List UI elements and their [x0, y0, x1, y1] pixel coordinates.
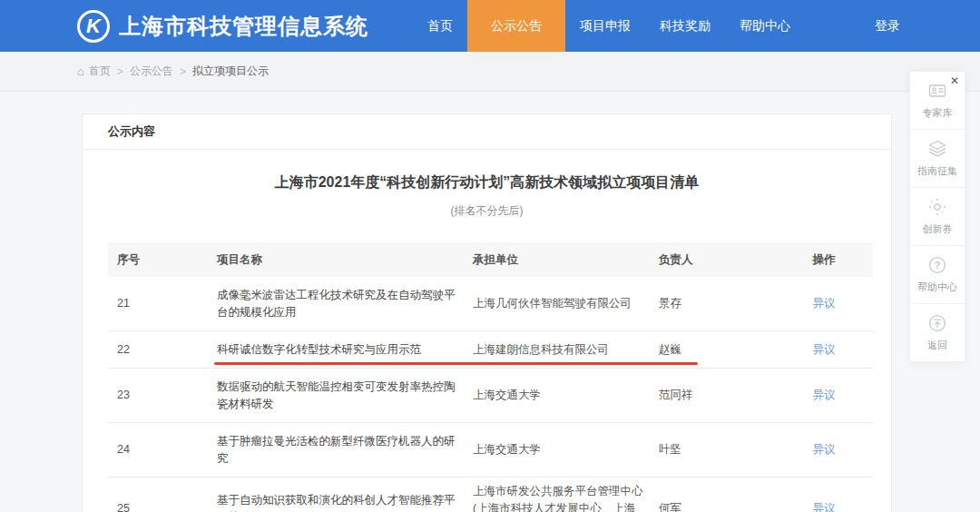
floating-side-panel: ✕ 专家库 指南征集 创新券 ? 帮助中心 返回: [909, 71, 965, 362]
table-row-highlighted: 22 科研诚信数字化转型技术研究与应用示范 上海建朗信息科技有限公司 赵巍 异议: [108, 331, 873, 369]
red-underline-annotation: [214, 362, 698, 365]
table-row: 21 成像毫米波雷达工程化技术研究及在自动驾驶平台的规模化应用 上海几何伙伴智能…: [108, 277, 873, 331]
row-leader: 何军: [659, 500, 775, 512]
id-card-icon: [927, 81, 947, 101]
panel-item-help-center[interactable]: ? 帮助中心: [910, 246, 965, 304]
row-project-name: 数据驱动的航天智能温控相变可变发射率热控陶瓷材料研发: [217, 379, 473, 413]
login-link[interactable]: 登录: [875, 0, 900, 52]
breadcrumb-home[interactable]: 首页: [89, 64, 111, 79]
row-org: 上海几何伙伴智能驾驶有限公司: [473, 295, 659, 312]
row-org: 上海市研发公共服务平台管理中心(上海市科技人才发展中心、上海市外国人来华工作服务…: [473, 483, 659, 512]
nav-item-project-application[interactable]: 项目申报: [565, 0, 645, 52]
layers-icon: [927, 139, 947, 159]
site-title: 上海市科技管理信息系统: [119, 12, 368, 41]
project-table: 序号 项目名称 承担单位 负责人 操作 21 成像毫米波雷达工程化技术研究及在自…: [108, 242, 873, 512]
back-top-icon: [927, 313, 947, 333]
row-no: 22: [108, 341, 217, 359]
col-header-action: 操作: [775, 251, 873, 269]
panel-item-label: 专家库: [923, 106, 953, 120]
panel-item-innovation-voucher[interactable]: 创新券: [910, 188, 965, 246]
nodes-icon: [927, 197, 947, 217]
breadcrumb-separator: >: [117, 65, 123, 78]
table-row: 24 基于肿瘤拉曼光活检的新型纤微医疗机器人的研究 上海交通大学 叶坚 异议: [108, 423, 873, 478]
main-nav-menu: 首页 公示公告 项目申报 科技奖励 帮助中心: [413, 0, 805, 52]
breadcrumb-current: 拟立项项目公示: [192, 64, 269, 79]
col-header-no: 序号: [108, 251, 217, 269]
col-header-project-name: 项目名称: [217, 251, 473, 269]
objection-link[interactable]: 异议: [813, 389, 836, 401]
notice-title: 上海市2021年度“科技创新行动计划”高新技术领域拟立项项目清单: [83, 173, 891, 192]
row-project-name: 成像毫米波雷达工程化技术研究及在自动驾驶平台的规模化应用: [217, 287, 473, 321]
top-navbar: K 上海市科技管理信息系统 首页 公示公告 项目申报 科技奖励 帮助中心 登录: [0, 0, 980, 52]
row-org: 上海交通大学: [473, 387, 659, 404]
row-leader: 景存: [659, 295, 775, 312]
breadcrumb: ⌂ 首页 > 公示公告 > 拟立项项目公示: [0, 52, 980, 92]
site-logo: K 上海市科技管理信息系统: [77, 0, 368, 52]
objection-link[interactable]: 异议: [813, 297, 836, 310]
nav-item-tech-awards[interactable]: 科技奖励: [645, 0, 725, 52]
row-no: 25: [108, 500, 217, 512]
row-leader: 范同祥: [659, 387, 775, 404]
logo-k-icon: K: [77, 10, 110, 43]
row-no: 23: [108, 387, 217, 404]
panel-item-label: 创新券: [923, 222, 953, 236]
row-no: 24: [108, 441, 217, 458]
table-row: 25 基于自动知识获取和演化的科创人才智能推荐平台关键技术研究与应用示范 上海市…: [108, 478, 873, 512]
row-org: 上海建朗信息科技有限公司: [473, 341, 659, 359]
row-no: 21: [108, 295, 217, 312]
home-icon: ⌂: [77, 64, 84, 78]
row-leader: 赵巍: [659, 341, 775, 359]
section-title: 公示内容: [108, 123, 155, 140]
col-header-leader: 负责人: [659, 251, 775, 269]
objection-link[interactable]: 异议: [813, 443, 836, 456]
objection-link[interactable]: 异议: [813, 502, 836, 512]
row-org: 上海交通大学: [473, 441, 659, 458]
panel-item-guide-collection[interactable]: 指南征集: [910, 130, 965, 188]
nav-item-home[interactable]: 首页: [413, 0, 467, 52]
nav-item-help-center[interactable]: 帮助中心: [725, 0, 805, 52]
notice-content-card: 公示内容 上海市2021年度“科技创新行动计划”高新技术领域拟立项项目清单 (排…: [82, 113, 892, 512]
section-header: 公示内容: [83, 114, 891, 150]
panel-item-label: 返回: [927, 339, 947, 352]
row-leader: 叶坚: [659, 441, 775, 458]
breadcrumb-separator: >: [180, 65, 186, 78]
row-project-name: 基于肿瘤拉曼光活检的新型纤微医疗机器人的研究: [217, 433, 473, 468]
table-row: 23 数据驱动的航天智能温控相变可变发射率热控陶瓷材料研发 上海交通大学 范同祥…: [108, 369, 873, 423]
notice-subtitle: (排名不分先后): [83, 203, 891, 219]
nav-item-announcements[interactable]: 公示公告: [467, 0, 565, 52]
row-project-name: 科研诚信数字化转型技术研究与应用示范: [217, 341, 473, 359]
table-header-row: 序号 项目名称 承担单位 负责人 操作: [108, 242, 873, 277]
panel-item-label: 指南征集: [917, 164, 957, 178]
col-header-org: 承担单位: [473, 251, 659, 269]
row-project-name: 基于自动知识获取和演化的科创人才智能推荐平台关键技术研究与应用示范: [217, 492, 473, 512]
svg-text:?: ?: [935, 260, 941, 271]
question-icon: ?: [927, 255, 947, 275]
panel-item-back-to-top[interactable]: 返回: [910, 304, 965, 361]
close-icon[interactable]: ✕: [950, 74, 959, 87]
breadcrumb-announcements[interactable]: 公示公告: [130, 64, 173, 79]
panel-item-label: 帮助中心: [917, 281, 957, 294]
objection-link[interactable]: 异议: [813, 343, 836, 356]
